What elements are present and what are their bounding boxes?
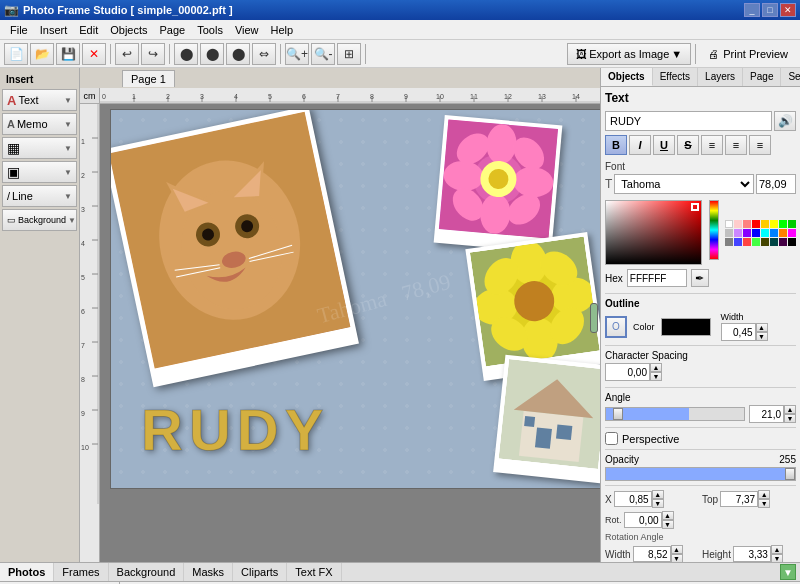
close-button[interactable]: ✕ (780, 3, 796, 17)
rotation-down[interactable]: ▼ (662, 520, 674, 529)
menu-page[interactable]: Page (154, 22, 192, 38)
width-down[interactable]: ▼ (671, 554, 683, 562)
swatch-6[interactable] (743, 229, 751, 237)
swatch-11[interactable] (752, 238, 760, 246)
zoom-out-button[interactable]: 🔍- (311, 43, 335, 65)
insert-line-button[interactable]: / Line ▼ (2, 185, 77, 207)
insert-memo-button[interactable]: A Memo ▼ (2, 113, 77, 135)
menu-edit[interactable]: Edit (73, 22, 104, 38)
x-input[interactable] (614, 491, 652, 507)
tab-settings[interactable]: Settings (781, 68, 800, 86)
tab-effects[interactable]: Effects (653, 68, 698, 86)
underline-button[interactable]: U (653, 135, 675, 155)
eyedrop-button[interactable]: ✒ (691, 269, 709, 287)
redo-button[interactable]: ↪ (141, 43, 165, 65)
swatch-blue[interactable] (752, 229, 760, 237)
angle-input[interactable] (749, 405, 784, 423)
menu-objects[interactable]: Objects (104, 22, 153, 38)
align-left-button[interactable]: ⬤ (174, 43, 198, 65)
angle-slider[interactable] (605, 407, 745, 421)
align-center-text-button[interactable]: ≡ (725, 135, 747, 155)
export-button[interactable]: 🖼 Export as Image ▼ (567, 43, 691, 65)
save-button[interactable]: 💾 (56, 43, 80, 65)
outline-width-up[interactable]: ▲ (756, 323, 768, 332)
fit-button[interactable]: ⊞ (337, 43, 361, 65)
italic-button[interactable]: I (629, 135, 651, 155)
swatch-9[interactable] (734, 238, 742, 246)
insert-image-button[interactable]: ▣ ▼ (2, 161, 77, 183)
scroll-down-button[interactable]: ▼ (780, 564, 796, 580)
tab-masks[interactable]: Masks (184, 563, 233, 581)
height-input[interactable] (733, 546, 771, 562)
sound-button[interactable]: 🔊 (774, 111, 796, 131)
open-button[interactable]: 📂 (30, 43, 54, 65)
align-center-button[interactable]: ⬤ (200, 43, 224, 65)
swatch-2[interactable] (743, 220, 751, 228)
char-spacing-down[interactable]: ▼ (650, 372, 662, 381)
font-size-input[interactable] (756, 174, 796, 194)
hue-strip[interactable] (709, 200, 719, 260)
scroll-thumb-right[interactable] (590, 303, 598, 333)
swatch-12[interactable] (761, 238, 769, 246)
swatch-lgray[interactable] (725, 229, 733, 237)
hex-input[interactable] (627, 269, 687, 287)
perspective-checkbox[interactable] (605, 432, 618, 445)
insert-frame-button[interactable]: ▦ ▼ (2, 137, 77, 159)
swatch-1[interactable] (734, 220, 742, 228)
angle-up[interactable]: ▲ (784, 405, 796, 414)
width-up[interactable]: ▲ (671, 545, 683, 554)
tab-textfx[interactable]: Text FX (287, 563, 341, 581)
swatch-5[interactable] (734, 229, 742, 237)
swatch-magenta[interactable] (788, 229, 796, 237)
swatch-13[interactable] (770, 238, 778, 246)
swatch-14[interactable] (779, 238, 787, 246)
x-up[interactable]: ▲ (652, 490, 664, 499)
rotation-up[interactable]: ▲ (662, 511, 674, 520)
swatch-red[interactable] (752, 220, 760, 228)
new-button[interactable]: 📄 (4, 43, 28, 65)
align-right-text-button[interactable]: ≡ (749, 135, 771, 155)
close-doc-button[interactable]: ✕ (82, 43, 106, 65)
menu-help[interactable]: Help (265, 22, 300, 38)
swatch-3[interactable] (761, 220, 769, 228)
tab-objects[interactable]: Objects (601, 68, 653, 86)
swatch-green[interactable] (779, 220, 787, 228)
height-down[interactable]: ▼ (771, 554, 783, 562)
opacity-slider[interactable] (605, 467, 796, 481)
canvas-viewport[interactable]: RUDY Tahoma 78,09 (100, 104, 600, 562)
swatch-4[interactable] (788, 220, 796, 228)
menu-tools[interactable]: Tools (191, 22, 229, 38)
menu-file[interactable]: File (4, 22, 34, 38)
align-left-text-button[interactable]: ≡ (701, 135, 723, 155)
tab-photos[interactable]: Photos (0, 563, 54, 581)
font-select[interactable]: Tahoma (614, 174, 754, 194)
top-up[interactable]: ▲ (758, 490, 770, 499)
swatch-gray[interactable] (725, 238, 733, 246)
swatch-yellow[interactable] (770, 220, 778, 228)
text-input[interactable] (605, 111, 772, 131)
color-gradient[interactable] (605, 200, 702, 265)
height-up[interactable]: ▲ (771, 545, 783, 554)
top-input[interactable] (720, 491, 758, 507)
swatch-white[interactable] (725, 220, 733, 228)
tab-cliparts[interactable]: Cliparts (233, 563, 287, 581)
tab-background[interactable]: Background (109, 563, 185, 581)
angle-down[interactable]: ▼ (784, 414, 796, 423)
x-down[interactable]: ▼ (652, 499, 664, 508)
outline-icon[interactable]: O (605, 316, 627, 338)
outline-color-box[interactable] (661, 318, 711, 336)
top-down[interactable]: ▼ (758, 499, 770, 508)
page-tab[interactable]: Page 1 (122, 70, 175, 87)
swatch-7[interactable] (770, 229, 778, 237)
print-preview-button[interactable]: 🖨 Print Preview (700, 43, 796, 65)
rotation-input[interactable] (624, 512, 662, 528)
align-right-button[interactable]: ⬤ (226, 43, 250, 65)
outline-width-down[interactable]: ▼ (756, 332, 768, 341)
menu-insert[interactable]: Insert (34, 22, 74, 38)
char-spacing-up[interactable]: ▲ (650, 363, 662, 372)
char-spacing-input[interactable] (605, 363, 650, 381)
strikethrough-button[interactable]: S (677, 135, 699, 155)
insert-background-button[interactable]: ▭ Background ▼ (2, 209, 77, 231)
undo-button[interactable]: ↩ (115, 43, 139, 65)
tab-page[interactable]: Page (743, 68, 781, 86)
